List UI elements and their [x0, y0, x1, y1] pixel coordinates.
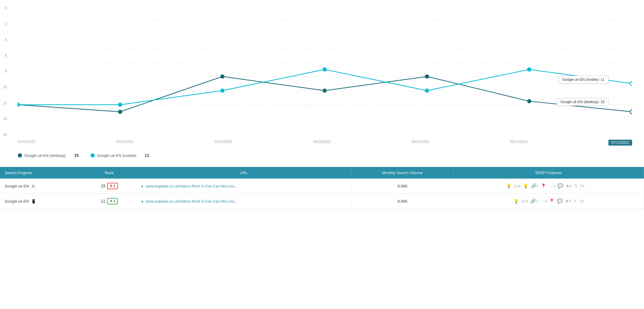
url-cell-1[interactable]: ● www.expedia.co.uk/Alamo-Rent-A-Car-Car…	[136, 179, 352, 194]
legend-mobile-label: Google uk-EN (mobile)	[97, 153, 136, 158]
col-header-volume: Monthly Search Volume	[352, 167, 453, 179]
serp-dots-1: ⋯2	[549, 183, 555, 189]
serp-location-1: 📍	[541, 183, 546, 189]
serp-tag-2: 🏷4	[521, 199, 528, 204]
serp-chat-2: 💬	[557, 198, 563, 204]
table-row: Google uk-EN 🖥 15 ⬇ 1 ● www.expedia.co.u…	[0, 179, 644, 194]
chart-legend: Google uk-EN (desktop) 15 Google uk-EN (…	[18, 149, 632, 164]
serp-link-1: 🔗2	[531, 183, 539, 189]
serp-star-1: ★6	[566, 183, 572, 189]
serp-question-1: ?3	[580, 184, 584, 189]
volume-cell-2: 9,900	[352, 194, 453, 209]
rank-cell-2: 11 ⬆ 3	[82, 194, 136, 209]
y-label-12: 12	[3, 101, 9, 105]
y-label-8: 8	[3, 69, 9, 73]
x-label-2: 02/12/2021	[116, 140, 134, 146]
serp-question-2: ?3	[579, 199, 584, 204]
engine-name-1: Google uk-EN	[5, 184, 29, 188]
serp-lightbulb2-1: 💡	[523, 183, 529, 189]
svg-point-21	[527, 67, 531, 72]
svg-point-20	[425, 89, 429, 93]
svg-point-16	[18, 103, 20, 107]
y-label-2: 2	[3, 22, 9, 26]
serp-chat-1: 💬	[558, 183, 563, 189]
serp-lightbulb-1: 💡	[506, 183, 512, 189]
line-chart	[18, 6, 632, 119]
serp-location-2: 📍	[549, 198, 555, 204]
engine-cell-1: Google uk-EN 🖥	[0, 179, 82, 194]
rank-change-1: ⬇ 1	[107, 183, 118, 189]
tooltip-desktop-text: Google uk-EN (desktop): 15	[560, 100, 605, 104]
y-label-4: 4	[3, 38, 9, 42]
url-dot-2: ●	[141, 199, 143, 204]
svg-point-11	[220, 75, 224, 79]
serp-icons-2: 💡 🏷4 🔗2 ⋯3 📍 💬 ★4 𝕏 ?3	[458, 198, 639, 204]
legend-desktop-dot	[18, 153, 22, 157]
serp-star-2: ★4	[565, 198, 571, 204]
col-header-search-engines: Search Engines	[0, 167, 82, 179]
serp-tag-1: 🏷4	[514, 184, 521, 189]
table-header-row: Search Engines Rank URL Monthly Search V…	[0, 167, 644, 179]
legend-mobile-value: 11	[145, 153, 149, 158]
serp-lightbulb-2: 💡	[513, 198, 519, 204]
svg-point-13	[425, 75, 429, 79]
rank-change-2: ⬆ 3	[107, 198, 118, 204]
rank-change-value-2: 3	[113, 199, 115, 203]
engine-cell-2: Google uk-EN 📱	[0, 194, 82, 209]
svg-point-10	[118, 110, 122, 114]
serp-twitter-2: 𝕏	[573, 198, 577, 204]
svg-point-17	[118, 103, 122, 107]
arrow-down-icon: ⬇	[110, 184, 112, 188]
rankings-table: Search Engines Rank URL Monthly Search V…	[0, 167, 644, 209]
arrow-up-icon: ⬆	[110, 199, 112, 203]
legend-mobile-dot	[91, 153, 95, 157]
serp-icons-1: 💡 🏷4 💡 🔗2 📍 ⋯2 💬 ★6 𝕏 ?3 …	[458, 183, 639, 189]
x-label-3: 03/12/2021	[215, 140, 232, 146]
url-link-1[interactable]: www.expedia.co.uk/Alamo-Rent-A-Car-Car-H…	[146, 184, 238, 188]
col-header-rank: Rank	[82, 167, 136, 179]
y-label-10: 10	[3, 85, 9, 89]
svg-point-19	[323, 67, 327, 72]
chart-container: 0 2 4 6 8 10 12 14 16	[0, 0, 644, 167]
tooltip-mobile: Google uk-EN (mobile): 11	[559, 76, 608, 83]
svg-point-18	[220, 89, 224, 93]
serp-cell-2: 💡 🏷4 🔗2 ⋯3 📍 💬 ★4 𝕏 ?3	[453, 194, 644, 209]
serp-cell-1: 💡 🏷4 💡 🔗2 📍 ⋯2 💬 ★6 𝕏 ?3 …	[453, 179, 644, 194]
svg-point-15	[630, 110, 632, 114]
url-link-2[interactable]: www.expedia.co.uk/Alamo-Rent-A-Car-Car-H…	[146, 199, 238, 204]
rank-change-value-1: 1	[113, 184, 115, 188]
svg-point-12	[323, 89, 327, 93]
legend-desktop-label: Google uk-EN (desktop)	[24, 153, 66, 158]
y-label-6: 6	[3, 53, 9, 58]
rank-badge-2: 11 ⬆ 3	[101, 198, 118, 204]
x-label-1: 01/12/2021	[18, 140, 36, 146]
y-label-16: 16	[3, 133, 9, 137]
engine-name-2: Google uk-EN	[5, 199, 29, 204]
device-icon-desktop: 🖥	[31, 184, 35, 188]
x-label-6: 06/12/2021	[510, 140, 528, 146]
data-table: Search Engines Rank URL Monthly Search V…	[0, 167, 644, 209]
device-icon-mobile: 📱	[31, 199, 36, 204]
rank-badge-1: 15 ⬇ 1	[101, 183, 118, 189]
legend-mobile: Google uk-EN (mobile) 11	[91, 153, 149, 158]
url-cell-2[interactable]: ● www.expedia.co.uk/Alamo-Rent-A-Car-Car…	[136, 194, 352, 209]
serp-dots-2: ⋯3	[540, 198, 547, 204]
serp-more-1: …	[586, 184, 591, 189]
volume-cell-1: 9,900	[352, 179, 453, 194]
x-label-4: 04/12/2021	[313, 140, 331, 146]
rank-cell-1: 15 ⬇ 1	[82, 179, 136, 194]
x-axis: 01/12/2021 02/12/2021 03/12/2021 04/12/2…	[18, 137, 632, 149]
serp-link-2: 🔗2	[530, 198, 538, 204]
url-dot-1: ●	[141, 184, 143, 188]
svg-point-14	[527, 99, 531, 103]
legend-desktop-value: 15	[74, 153, 79, 158]
table-row: Google uk-EN 📱 11 ⬆ 3 ● www.expedia.co.u…	[0, 194, 644, 209]
rank-number-2: 11	[101, 199, 105, 204]
y-label-14: 14	[3, 117, 9, 121]
col-header-serp: SERP Features	[453, 167, 644, 179]
col-header-url: URL	[136, 167, 352, 179]
tooltip-mobile-text: Google uk-EN (mobile): 11	[562, 78, 605, 82]
x-label-7: 07/12/2021	[608, 140, 632, 146]
serp-twitter-1: 𝕏	[574, 183, 578, 189]
y-axis: 0 2 4 6 8 10 12 14 16	[3, 6, 9, 137]
